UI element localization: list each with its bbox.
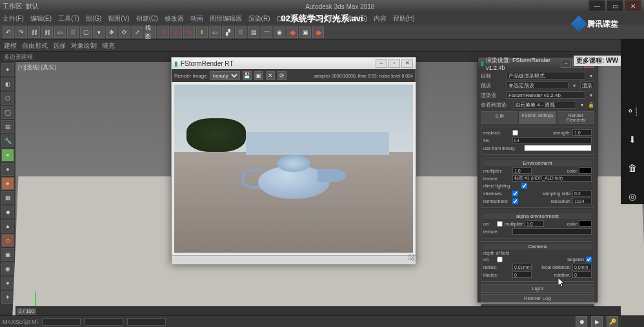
ribbon-select[interactable]: 选择 bbox=[53, 41, 66, 50]
render-setup-icon[interactable]: 🫖 bbox=[287, 26, 298, 38]
alpha-on-checkbox[interactable] bbox=[497, 221, 503, 227]
menu-create[interactable]: 创建(C) bbox=[136, 14, 158, 23]
timeline-frame[interactable]: 0 / 100 bbox=[17, 308, 36, 315]
menu-modifiers[interactable]: 修改器 bbox=[165, 14, 184, 23]
keymode-icon[interactable]: 🔑 bbox=[607, 316, 618, 328]
menu-group[interactable]: 组(G) bbox=[86, 14, 101, 23]
render-close-button[interactable]: ✕ bbox=[401, 59, 413, 68]
refsys-icon[interactable]: 视图 bbox=[145, 26, 156, 38]
render-window-titlebar[interactable]: ▮ FStormRender RT – ▫ ✕ bbox=[172, 58, 416, 69]
rotate-icon[interactable]: ⟳ bbox=[119, 26, 130, 38]
blades-input[interactable]: 0 bbox=[512, 271, 532, 278]
unlink-icon[interactable]: ⛓̷ bbox=[41, 26, 53, 38]
env-hemi-checkbox[interactable] bbox=[512, 198, 518, 204]
curve-editor-icon[interactable]: 〰 bbox=[261, 26, 272, 38]
lock-icon[interactable]: 🔒 bbox=[588, 102, 594, 108]
preset-dropdown[interactable]: 未选定预设 bbox=[507, 81, 569, 89]
layer-icon[interactable]: ▤ bbox=[248, 26, 259, 38]
resize-handle-icon[interactable] bbox=[408, 254, 414, 260]
utilities-tab-icon[interactable]: 🔧 bbox=[1, 134, 14, 147]
motion-tab-icon[interactable]: ◯ bbox=[1, 106, 14, 119]
dof-on-checkbox[interactable] bbox=[497, 257, 503, 262]
link-icon[interactable]: ⛓ bbox=[28, 26, 40, 38]
render-preview-window[interactable]: ▮ FStormRender RT – ▫ ✕ Render Image bea… bbox=[171, 57, 416, 262]
viewport-label[interactable]: [+][透视] [真实] bbox=[18, 63, 56, 72]
render-clear-icon[interactable]: ✕ bbox=[266, 71, 275, 80]
targeted-checkbox[interactable] bbox=[586, 257, 592, 262]
close-button[interactable]: ✕ bbox=[625, 0, 641, 12]
tool-b-icon[interactable]: ● bbox=[1, 163, 14, 176]
settings-min-button[interactable]: – bbox=[561, 59, 571, 68]
named-sel-icon[interactable]: ▭ bbox=[209, 26, 221, 38]
tool-a-icon[interactable]: ● bbox=[1, 149, 14, 162]
mirror-icon[interactable]: ▞ bbox=[222, 26, 234, 38]
snap-icon[interactable]: 3 bbox=[157, 26, 169, 38]
menu-tools[interactable]: 工具(T) bbox=[58, 14, 79, 23]
menu-edit[interactable]: 编辑(E) bbox=[30, 14, 52, 23]
create-tab-icon[interactable]: ✦ bbox=[1, 63, 14, 76]
percent-snap-icon[interactable]: % bbox=[183, 26, 195, 38]
tab-fstorm[interactable]: FStorm settings bbox=[519, 111, 556, 124]
menu-view[interactable]: 视图(V) bbox=[108, 14, 129, 23]
timeline[interactable]: 0 / 100 bbox=[15, 306, 621, 315]
alpha-texture-button[interactable] bbox=[512, 228, 592, 235]
collapse-renderlog[interactable]: Render Log bbox=[481, 294, 594, 302]
target-dropdown[interactable]: 产品级渲染模式 bbox=[507, 72, 585, 79]
spinner-snap-icon[interactable]: ⬍ bbox=[196, 26, 208, 38]
render-icon[interactable]: 🫖 bbox=[312, 26, 324, 38]
env-shadows-checkbox[interactable] bbox=[512, 191, 518, 196]
minimize-button[interactable]: — bbox=[589, 0, 605, 12]
autokey-button[interactable]: ⏺ bbox=[576, 316, 587, 328]
tab-elements[interactable]: Render Elements bbox=[558, 111, 594, 124]
tool-k-icon[interactable]: ✦ bbox=[1, 291, 14, 304]
select-icon[interactable]: ▭ bbox=[54, 26, 66, 38]
view-dropdown[interactable]: 四元菜单 4 - 透视 bbox=[513, 101, 576, 109]
lut-enabled-checkbox[interactable] bbox=[512, 130, 518, 136]
menu-help[interactable]: 帮助(H) bbox=[393, 14, 415, 23]
render-copy-icon[interactable]: ▣ bbox=[254, 71, 263, 80]
render-max-button[interactable]: ▫ bbox=[388, 59, 400, 68]
coord-y-input[interactable] bbox=[85, 318, 123, 326]
coord-x-input[interactable] bbox=[42, 318, 81, 326]
render-refresh-icon[interactable]: ⟳ bbox=[277, 71, 287, 80]
display-tab-icon[interactable]: ▤ bbox=[1, 120, 14, 133]
env-mult-input[interactable]: 1.0 bbox=[512, 167, 532, 174]
focal-input[interactable]: 0.0mm bbox=[572, 264, 592, 270]
tool-c-icon[interactable]: ● bbox=[1, 177, 14, 190]
render-mode-select[interactable]: beauty bbox=[210, 71, 240, 80]
tool-j-icon[interactable]: ● bbox=[1, 277, 14, 290]
tool-f-icon[interactable]: ▲ bbox=[1, 220, 14, 233]
render-min-button[interactable]: – bbox=[376, 59, 387, 68]
alpha-mult-input[interactable]: 1.0 bbox=[525, 220, 544, 227]
tool-d-icon[interactable]: ▦ bbox=[1, 191, 14, 204]
ribbon-populate[interactable]: 填充 bbox=[102, 41, 115, 50]
tool-i-icon[interactable]: ◉ bbox=[1, 262, 14, 275]
redo-icon[interactable]: ↷ bbox=[15, 26, 27, 38]
render-settings-window[interactable]: ▮ 渲染设置: FStormRender v1.2.4b – ▫ ✕ 目标 产品… bbox=[478, 57, 598, 302]
collapse-light[interactable]: Light bbox=[481, 284, 594, 293]
ribbon-paint[interactable]: 对象绘制 bbox=[71, 41, 97, 50]
ribbon-freeform[interactable]: 自由形式 bbox=[22, 41, 48, 50]
renderer-dropdown[interactable]: FStormRender v1.2.4b bbox=[507, 91, 585, 99]
menu-file[interactable]: 文件(F) bbox=[3, 14, 24, 23]
menu-animation[interactable]: 动画 bbox=[190, 14, 203, 23]
env-texture-button[interactable]: 贴图 #1 (HDR_ALD.hdr) bbox=[512, 175, 592, 182]
menu-graph[interactable]: 图形编辑器 bbox=[210, 14, 242, 23]
lut-file-button[interactable]: lut bbox=[512, 137, 592, 143]
render-button[interactable]: 渲染 bbox=[580, 81, 594, 89]
play-button[interactable]: ▶ bbox=[591, 316, 603, 328]
ribbon-modeling[interactable]: 建模 bbox=[4, 41, 17, 50]
env-color-swatch[interactable] bbox=[579, 167, 592, 174]
align-icon[interactable]: ☰ bbox=[235, 26, 247, 38]
menu-render[interactable]: 渲染(R) bbox=[248, 14, 270, 23]
maximize-button[interactable]: ▭ bbox=[607, 0, 623, 12]
env-res-input[interactable]: 1024 bbox=[572, 198, 592, 204]
angle-snap-icon[interactable]: ∠ bbox=[170, 26, 182, 38]
scale-icon[interactable]: ⤢ bbox=[132, 26, 143, 38]
filter-icon[interactable]: ▾ bbox=[93, 26, 105, 38]
select-name-icon[interactable]: ☰ bbox=[67, 26, 79, 38]
tool-h-icon[interactable]: ▣ bbox=[1, 248, 14, 261]
lut-strength-input[interactable]: 1.0 bbox=[572, 129, 592, 136]
delete-icon[interactable]: 🗑 bbox=[625, 160, 640, 176]
move-icon[interactable]: ✥ bbox=[106, 26, 117, 38]
